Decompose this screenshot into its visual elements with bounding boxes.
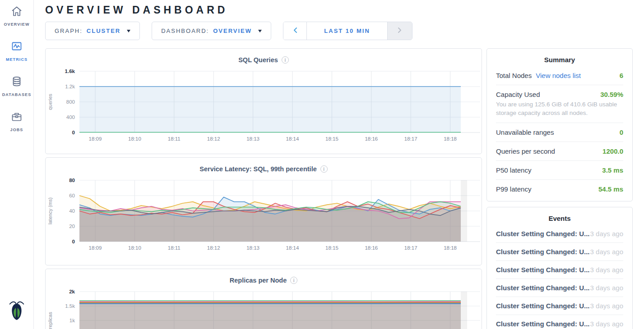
- svg-text:18:09: 18:09: [89, 136, 102, 142]
- summary-row-label: Total Nodes: [496, 72, 532, 79]
- sidebar-item-jobs[interactable]: JOBS: [10, 111, 23, 132]
- svg-text:60: 60: [69, 193, 75, 198]
- time-range-next-button[interactable]: [387, 22, 412, 40]
- svg-text:latency (ms): latency (ms): [47, 197, 53, 224]
- svg-text:18:17: 18:17: [404, 245, 417, 251]
- svg-text:18:18: 18:18: [444, 245, 457, 251]
- svg-text:18:09: 18:09: [89, 245, 102, 251]
- svg-text:2k: 2k: [69, 289, 75, 294]
- event-time: 3 days ago: [590, 266, 623, 274]
- summary-row-label: Capacity Used: [496, 91, 540, 98]
- chevron-down-icon: [127, 30, 130, 32]
- controls-bar: GRAPH: CLUSTER DASHBOARD: OVERVIEW LAST …: [45, 22, 644, 40]
- svg-text:18:12: 18:12: [207, 245, 220, 251]
- svg-text:18:16: 18:16: [365, 136, 378, 142]
- svg-text:400: 400: [66, 114, 75, 120]
- replicas-per-node-chart-card: Replicas per Node i 18:0918:1018:1118:12…: [45, 269, 482, 329]
- sql-queries-chart-card: SQL Queries i 18:0918:1018:1118:1218:131…: [45, 48, 482, 154]
- summary-row-p50: P50 latency 3.5 ms: [496, 161, 623, 180]
- chart-title: SQL Queries: [238, 56, 278, 64]
- event-time: 3 days ago: [590, 302, 623, 310]
- summary-title: Summary: [496, 49, 623, 66]
- svg-text:1k: 1k: [69, 318, 75, 323]
- event-time: 3 days ago: [590, 248, 623, 256]
- svg-text:18:10: 18:10: [128, 245, 141, 251]
- event-text: Cluster Setting Changed: U...: [496, 320, 590, 328]
- sidebar-item-overview[interactable]: OVERVIEW: [4, 5, 29, 27]
- right-column: Summary Total Nodes View nodes list 6 Ca…: [486, 48, 633, 329]
- dashboard-selector[interactable]: DASHBOARD: OVERVIEW: [152, 22, 271, 40]
- summary-panel: Summary Total Nodes View nodes list 6 Ca…: [486, 48, 633, 201]
- svg-text:20: 20: [69, 224, 75, 229]
- event-row: Cluster Setting Changed: U... 3 days ago: [496, 315, 623, 329]
- sidebar-item-metrics[interactable]: METRICS: [6, 41, 28, 62]
- sidebar-item-label: OVERVIEW: [4, 22, 29, 27]
- svg-text:replicas: replicas: [47, 312, 53, 329]
- time-range-value[interactable]: LAST 10 MIN: [307, 22, 387, 40]
- home-icon: [11, 5, 23, 19]
- svg-text:18:14: 18:14: [286, 136, 299, 142]
- event-text: Cluster Setting Changed: U...: [496, 302, 590, 310]
- svg-text:80: 80: [69, 178, 75, 183]
- summary-row-label: P50 latency: [496, 166, 531, 174]
- svg-text:1.6k: 1.6k: [65, 69, 75, 74]
- svg-text:800: 800: [66, 99, 75, 105]
- svg-text:18:18: 18:18: [444, 136, 457, 142]
- summary-row-label: Unavailable ranges: [496, 128, 554, 136]
- graph-selector-value: CLUSTER: [87, 27, 120, 34]
- svg-text:18:15: 18:15: [325, 245, 338, 251]
- summary-row-capacity: Capacity Used 30.59% You are using 125.6…: [496, 85, 623, 123]
- summary-row-label: Queries per second: [496, 147, 555, 155]
- chevron-left-icon: [293, 27, 297, 35]
- sidebar-item-databases[interactable]: DATABASES: [2, 76, 32, 97]
- time-range-selector: LAST 10 MIN: [283, 22, 412, 40]
- svg-text:18:12: 18:12: [207, 136, 220, 142]
- service-latency-chart[interactable]: 18:0918:1018:1118:1218:1318:1418:1518:16…: [46, 176, 480, 253]
- svg-text:18:17: 18:17: [404, 136, 417, 142]
- service-latency-chart-card: Service Latency: SQL, 99th percentile i …: [45, 157, 482, 265]
- info-icon[interactable]: i: [320, 165, 328, 173]
- view-nodes-list-link[interactable]: View nodes list: [536, 72, 581, 79]
- event-text: Cluster Setting Changed: U...: [496, 266, 590, 274]
- svg-text:queries: queries: [47, 93, 53, 110]
- svg-text:0: 0: [72, 130, 75, 135]
- svg-text:18:16: 18:16: [365, 245, 378, 251]
- svg-text:18:15: 18:15: [325, 136, 338, 142]
- info-icon[interactable]: i: [282, 56, 289, 64]
- dashboard-selector-value: OVERVIEW: [213, 27, 252, 34]
- svg-text:18:11: 18:11: [168, 136, 181, 142]
- chevron-right-icon: [398, 27, 402, 35]
- chevron-down-icon: [258, 30, 262, 32]
- svg-text:1.5k: 1.5k: [65, 303, 75, 309]
- event-row: Cluster Setting Changed: U... 3 days ago: [496, 225, 623, 243]
- sidebar-item-label: METRICS: [6, 57, 28, 62]
- event-row: Cluster Setting Changed: U... 3 days ago: [496, 243, 623, 261]
- summary-row-label: P99 latency: [496, 185, 531, 193]
- summary-row-total-nodes: Total Nodes View nodes list 6: [496, 66, 623, 85]
- summary-row-p99: P99 latency 54.5 ms: [496, 180, 623, 198]
- cockroach-logo[interactable]: [7, 298, 26, 324]
- event-row: Cluster Setting Changed: U... 3 days ago: [496, 261, 623, 279]
- events-panel: Events Cluster Setting Changed: U... 3 d…: [486, 207, 633, 329]
- main-content: OVERVIEW DASHBOARD GRAPH: CLUSTER DASHBO…: [34, 0, 644, 329]
- time-range-prev-button[interactable]: [283, 22, 307, 40]
- chart-title: Service Latency: SQL, 99th percentile: [199, 165, 317, 173]
- svg-text:18:14: 18:14: [286, 245, 299, 251]
- sidebar-item-label: DATABASES: [2, 92, 32, 97]
- capacity-note: You are using 125.6 GiB of 410.6 GiB usa…: [496, 98, 623, 117]
- event-text: Cluster Setting Changed: U...: [496, 230, 590, 238]
- sql-queries-chart[interactable]: 18:0918:1018:1118:1218:1318:1418:1518:16…: [46, 67, 480, 144]
- event-text: Cluster Setting Changed: U...: [496, 284, 590, 292]
- chart-pulse-icon: [11, 41, 23, 54]
- replicas-per-node-chart[interactable]: 18:0918:1018:1118:1218:1318:1418:1518:16…: [46, 288, 480, 329]
- event-time: 3 days ago: [590, 230, 623, 238]
- database-icon: [11, 76, 23, 89]
- events-title: Events: [496, 207, 623, 225]
- info-icon[interactable]: i: [290, 277, 297, 284]
- svg-text:0: 0: [72, 239, 75, 244]
- svg-text:18:13: 18:13: [246, 245, 259, 251]
- summary-row-value: 1200.0: [602, 147, 623, 155]
- summary-row-value: 30.59%: [600, 91, 623, 98]
- graph-selector[interactable]: GRAPH: CLUSTER: [45, 22, 140, 40]
- summary-row-value: 6: [620, 72, 623, 79]
